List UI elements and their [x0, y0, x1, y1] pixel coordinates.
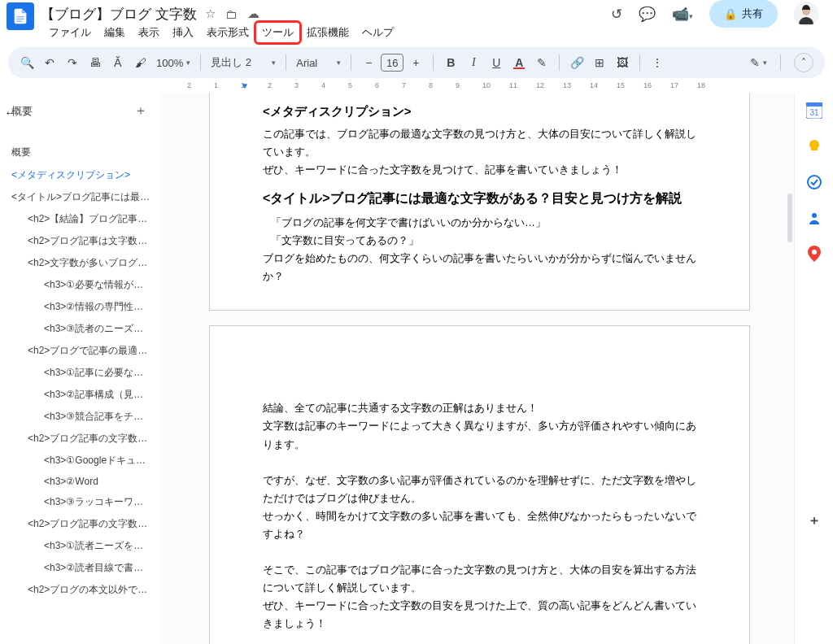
- outline-item[interactable]: <h2>【結論】ブログ記事…: [11, 208, 154, 230]
- insert-comment-icon[interactable]: ⊞: [592, 56, 607, 69]
- body-text[interactable]: この記事では、ブログ記事の最適な文字数の見つけ方と、大体の目安について詳しく解説…: [263, 125, 700, 161]
- outline-item[interactable]: <h3>①必要な情報が…: [11, 274, 154, 296]
- insert-link-icon[interactable]: 🔗: [569, 56, 584, 69]
- outline-item[interactable]: <h2>ブログの本文以外で…: [11, 579, 154, 601]
- ruler-mark: 11: [509, 81, 517, 89]
- highlight-icon[interactable]: ✎: [534, 56, 549, 69]
- body-text[interactable]: せっかく、時間をかけて文字数の多い記事を書いても、全然伸びなかったらもったいない…: [263, 507, 700, 543]
- outline-item[interactable]: <h3>③読者のニーズ…: [11, 318, 154, 340]
- font-size-input[interactable]: 16: [381, 54, 403, 72]
- menu-拡張機能[interactable]: 拡張機能: [300, 22, 355, 43]
- cloud-status-icon[interactable]: ☁: [246, 5, 261, 23]
- body-text[interactable]: 結論、全ての記事に共通する文字数の正解はありません！: [263, 399, 700, 417]
- undo-icon[interactable]: ↶: [42, 56, 57, 69]
- document-title[interactable]: 【ブログ】ブログ 文字数: [41, 5, 197, 24]
- bold-icon[interactable]: B: [443, 56, 458, 69]
- outline-item[interactable]: <h2>ブログ記事は文字数…: [11, 230, 154, 252]
- ruler-mark: 1: [241, 81, 245, 89]
- meta-heading[interactable]: <メタディスクリプション>: [263, 101, 700, 122]
- side-panel: 31 ＋: [794, 93, 833, 644]
- outline-item[interactable]: <h3>②Word: [11, 472, 154, 491]
- docs-app-icon[interactable]: [7, 2, 34, 30]
- outline-item[interactable]: <h3>②情報の専門性…: [11, 296, 154, 318]
- print-icon[interactable]: 🖶: [88, 56, 102, 69]
- outline-item[interactable]: <h2>文字数が多いブログ…: [11, 252, 154, 274]
- menu-挿入[interactable]: 挿入: [166, 22, 200, 43]
- menu-ツール[interactable]: ツール: [255, 22, 300, 43]
- editing-mode-select[interactable]: ✎ ▾: [750, 56, 767, 69]
- history-icon[interactable]: ↺: [611, 6, 622, 23]
- zoom-select[interactable]: 100%▾: [156, 57, 190, 69]
- collapse-outline-icon[interactable]: ←: [4, 106, 17, 120]
- paint-format-icon[interactable]: 🖌: [133, 56, 148, 69]
- outline-panel: 概要 ＋ 概要 <メタディスクリプション><タイトル>ブログ記事には最…<h2>…: [0, 93, 159, 644]
- star-icon[interactable]: ☆: [203, 5, 217, 23]
- outline-item[interactable]: <h3>②記事構成（見…: [11, 384, 154, 406]
- search-icon[interactable]: 🔍: [20, 56, 34, 69]
- outline-item[interactable]: <h2>ブログ記事の文字数…: [11, 513, 154, 535]
- font-value: Arial: [296, 57, 317, 69]
- share-button[interactable]: 🔒 共有: [709, 0, 778, 28]
- body-text[interactable]: 「ブログの記事を何文字で書けばいいのか分からない…」: [271, 214, 700, 232]
- spellcheck-icon[interactable]: Ӑ: [111, 56, 125, 69]
- ruler-mark: 17: [670, 81, 678, 89]
- contacts-icon[interactable]: [806, 210, 822, 226]
- toolbar: 🔍 ↶ ↷ 🖶 Ӑ 🖌 100%▾ 見出し 2▾ Arial▾ − 16 + B…: [8, 47, 825, 78]
- outline-item[interactable]: <h3>①読者ニーズを…: [11, 535, 154, 557]
- outline-item[interactable]: <h3>①Googleドキュ…: [11, 450, 154, 472]
- italic-icon[interactable]: I: [466, 56, 481, 69]
- outline-item[interactable]: <h3>②読者目線で書…: [11, 557, 154, 579]
- outline-item[interactable]: <h2>ブログで記事の最適…: [11, 340, 154, 362]
- decrease-font-icon[interactable]: −: [361, 56, 376, 69]
- more-icon[interactable]: ⋮: [650, 56, 665, 69]
- menu-編集[interactable]: 編集: [98, 22, 132, 43]
- maps-icon[interactable]: [806, 246, 822, 262]
- body-text[interactable]: 「文字数に目安ってあるの？」: [271, 232, 700, 250]
- outline-item[interactable]: <h2>ブログ記事の文字数…: [11, 428, 154, 450]
- ruler-mark: 13: [563, 81, 571, 89]
- comments-icon[interactable]: 💬: [639, 6, 656, 23]
- meet-icon[interactable]: 📹▾: [672, 6, 693, 23]
- body-text[interactable]: ですが、なぜ、文字数の多い記事が評価されているのかを理解せずに、ただ文字数を増や…: [263, 472, 700, 507]
- increase-font-icon[interactable]: +: [408, 56, 423, 69]
- insert-image-icon[interactable]: 🖼: [615, 56, 630, 69]
- doc-h1[interactable]: <タイトル>ブログ記事には最適な文字数がある？目安と見つけ方を解説: [263, 187, 700, 209]
- text-color-icon[interactable]: A: [512, 56, 526, 70]
- outline-item[interactable]: <h3>①記事に必要な…: [11, 362, 154, 384]
- ruler-mark: 6: [375, 81, 379, 89]
- outline-item[interactable]: <メタディスクリプション>: [11, 164, 154, 186]
- body-text[interactable]: ブログを始めたものの、何文字くらいの記事を書いたらいいかが分からずに悩んでいませ…: [263, 250, 700, 285]
- keep-icon[interactable]: [806, 138, 822, 154]
- svg-point-9: [812, 213, 817, 218]
- menu-表示形式[interactable]: 表示形式: [200, 22, 255, 43]
- outline-item[interactable]: <タイトル>ブログ記事には最…: [11, 186, 154, 208]
- scrollbar-thumb[interactable]: [787, 194, 792, 242]
- add-summary-icon[interactable]: ＋: [134, 102, 147, 120]
- tasks-icon[interactable]: [806, 174, 822, 190]
- ruler-mark: 2: [187, 81, 191, 89]
- underline-icon[interactable]: U: [489, 56, 504, 69]
- menu-表示[interactable]: 表示: [132, 22, 166, 43]
- document-canvas[interactable]: <メタディスクリプション> この記事では、ブログ記事の最適な文字数の見つけ方と、…: [159, 93, 794, 644]
- calendar-icon[interactable]: 31: [806, 102, 822, 119]
- add-on-icon[interactable]: ＋: [806, 512, 822, 529]
- body-text[interactable]: ぜひ、キーワードに合った文字数の目安を見つけた上で、質の高い記事をどんどん書いて…: [263, 597, 700, 633]
- outline-item[interactable]: <h3>③競合記事をチ…: [11, 406, 154, 428]
- outline-item[interactable]: <h3>③ラッコキーワ…: [11, 491, 154, 513]
- body-text[interactable]: 文字数は記事のキーワードによって大きく異なりますが、多い方が評価されやすい傾向に…: [263, 417, 700, 453]
- zoom-value: 100%: [156, 57, 183, 69]
- body-text[interactable]: ぜひ、キーワードに合った文字数を見つけて、記事を書いていきましょう！: [263, 161, 700, 179]
- svg-rect-2: [16, 21, 21, 22]
- ruler[interactable]: ▼ 21123456789101112131415161718: [187, 81, 833, 93]
- ruler-mark: 2: [268, 81, 272, 89]
- menu-ファイル[interactable]: ファイル: [42, 22, 98, 43]
- body-text[interactable]: そこで、この記事ではブログ記事に合った文字数の見つけ方と、大体の目安を算出する方…: [263, 561, 700, 597]
- menu-ヘルプ[interactable]: ヘルプ: [355, 22, 400, 43]
- account-avatar[interactable]: [794, 2, 818, 26]
- paragraph-style-select[interactable]: 見出し 2▾: [211, 55, 276, 70]
- collapse-toolbar-icon[interactable]: ˄: [794, 53, 813, 72]
- redo-icon[interactable]: ↷: [65, 56, 80, 69]
- move-icon[interactable]: 🗀: [224, 6, 239, 23]
- svg-rect-0: [16, 16, 24, 17]
- font-select[interactable]: Arial▾: [296, 57, 341, 69]
